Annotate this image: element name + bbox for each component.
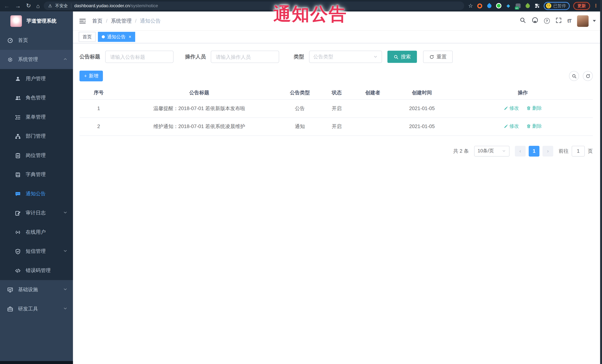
page-size-select[interactable]: 10条/页: [474, 146, 509, 156]
top-navbar: 首页 / 系统管理 / 通知公告 ? tT: [73, 11, 602, 31]
paused-label: 已暂停: [553, 3, 566, 9]
update-button[interactable]: 更新: [573, 2, 590, 10]
col-no: 序号: [80, 87, 118, 99]
title-filter-input[interactable]: [105, 51, 173, 63]
edit-link[interactable]: 修改: [504, 105, 519, 112]
next-page-button[interactable]: ›: [542, 146, 553, 156]
tool-icon: [7, 306, 13, 312]
url-text: dashboard.yudao.iocoder.cn/system/notice: [74, 3, 158, 8]
goto-page-input[interactable]: [572, 146, 585, 156]
avatar[interactable]: [577, 15, 589, 27]
breadcrumb: 首页 / 系统管理 / 通知公告: [92, 17, 161, 24]
refresh-button[interactable]: [583, 71, 593, 81]
logo-image: [11, 15, 22, 27]
toggle-search-button[interactable]: [569, 71, 579, 81]
github-icon[interactable]: [532, 17, 538, 25]
close-icon[interactable]: ×: [129, 34, 131, 40]
breadcrumb-system[interactable]: 系统管理: [111, 17, 132, 24]
users-icon: [15, 95, 21, 101]
page-1-button[interactable]: 1: [529, 146, 539, 156]
extension-gem-icon[interactable]: ◆: [505, 3, 511, 9]
sidebar-item-dev-tools[interactable]: 研发工具: [0, 299, 73, 319]
title-filter-label: 公告标题: [80, 53, 100, 60]
sidebar-item-error-codes[interactable]: 错误码管理: [0, 261, 73, 280]
reset-button[interactable]: 重置: [423, 51, 452, 63]
browser-chrome: ← → ↻ ⌂ ⚠ 不安全 dashboard.yudao.iocoder.cn…: [0, 0, 602, 11]
type-filter-label: 类型: [294, 53, 304, 60]
operator-filter-label: 操作人员: [185, 53, 206, 60]
sidebar-item-roles[interactable]: 角色管理: [0, 88, 73, 107]
caret-down-icon[interactable]: [593, 20, 596, 22]
address-bar[interactable]: ⚠ 不安全 dashboard.yudao.iocoder.cn/system/…: [43, 1, 464, 10]
browser-menu-icon[interactable]: ⋮: [594, 3, 598, 9]
sidebar-item-infrastructure[interactable]: 基础设施: [0, 280, 73, 299]
extensions-puzzle-icon[interactable]: [534, 3, 540, 9]
divider: [71, 3, 71, 8]
emoji-face-icon: [546, 3, 551, 9]
extension-green-icon[interactable]: [496, 3, 502, 9]
chevron-down-icon: [63, 248, 68, 254]
sidebar-item-users[interactable]: 用户管理: [0, 69, 73, 88]
chevron-down-icon: [63, 306, 68, 312]
sidebar-bottom-strip: [0, 361, 73, 364]
browser-forward-icon[interactable]: →: [15, 2, 21, 9]
badge-icon: [15, 153, 21, 158]
delete-link[interactable]: 删除: [527, 123, 542, 130]
scrollbar-strip: [600, 0, 602, 364]
sidebar-item-departments[interactable]: 部门管理: [0, 127, 73, 146]
paused-extension-button[interactable]: 已暂停: [544, 2, 570, 10]
operator-filter-input[interactable]: [211, 51, 279, 63]
sidebar: 芋道管理系统 首页 系统管理 用户管理 角色管理: [0, 11, 73, 364]
app-logo[interactable]: 芋道管理系统: [0, 11, 73, 31]
prev-page-button[interactable]: ‹: [515, 146, 526, 156]
extension-orange-icon[interactable]: [476, 3, 483, 9]
bookmark-star-icon[interactable]: ☆: [468, 3, 473, 9]
table-header-row: 序号 公告标题 公告类型 状态 创建者 创建时间 操作: [80, 87, 593, 99]
table-toolbar: + 新增: [80, 71, 593, 81]
extension-pin-icon[interactable]: [486, 3, 492, 9]
add-button[interactable]: + 新增: [80, 71, 103, 81]
type-filter-select[interactable]: 公告类型: [309, 51, 382, 63]
gear-icon: [7, 57, 13, 62]
breadcrumb-current: 通知公告: [140, 17, 161, 24]
sidebar-item-dictionary[interactable]: 字典管理: [0, 165, 73, 184]
help-icon[interactable]: ?: [544, 18, 550, 24]
edit-link[interactable]: 修改: [504, 123, 519, 130]
extension-database-icon[interactable]: on: [515, 3, 521, 9]
sidebar-item-sms[interactable]: 短信管理: [0, 242, 73, 261]
chevron-down-icon: [63, 210, 68, 216]
breadcrumb-home[interactable]: 首页: [92, 17, 103, 24]
fullscreen-icon[interactable]: [555, 17, 562, 25]
sidebar-item-notices[interactable]: 通知公告: [0, 184, 73, 204]
url-host: dashboard.yudao.iocoder.cn: [74, 3, 130, 8]
browser-back-icon[interactable]: ←: [4, 2, 10, 9]
goto-label: 前往: [559, 147, 569, 154]
sidebar-item-system[interactable]: 系统管理: [0, 50, 73, 69]
col-type: 公告类型: [281, 87, 319, 99]
table-row: 2 维护通知：2018-07-01 若依系统凌晨维护 通知 开启 2021-01…: [80, 117, 593, 135]
search-icon[interactable]: [519, 17, 526, 25]
sidebar-item-menus[interactable]: 菜单管理: [0, 107, 73, 127]
total-count: 共 2 条: [453, 147, 469, 154]
shield-icon: [15, 248, 21, 254]
font-size-icon[interactable]: tT: [567, 18, 571, 24]
tab-notices[interactable]: 通知公告 ×: [98, 32, 135, 42]
sidebar-item-posts[interactable]: 岗位管理: [0, 146, 73, 165]
on-badge: on: [515, 7, 519, 10]
search-button[interactable]: 搜索: [387, 51, 417, 63]
tab-home[interactable]: 首页: [79, 32, 96, 42]
browser-home-icon[interactable]: ⌂: [36, 2, 40, 9]
sidebar-item-home[interactable]: 首页: [0, 31, 73, 50]
page-unit-label: 页: [588, 147, 593, 154]
monitor-icon: [7, 287, 13, 292]
extension-leaf-icon[interactable]: [525, 3, 531, 9]
app-title: 芋道管理系统: [27, 18, 56, 24]
chevron-up-icon: [63, 57, 68, 62]
plus-icon: +: [84, 73, 87, 79]
browser-reload-icon[interactable]: ↻: [26, 2, 31, 9]
sidebar-item-online-users[interactable]: 在线用户: [0, 223, 73, 242]
hamburger-icon[interactable]: [79, 18, 86, 24]
log-edit-icon: [15, 210, 21, 216]
sidebar-item-audit-log[interactable]: 审计日志: [0, 203, 73, 223]
delete-link[interactable]: 删除: [527, 105, 542, 112]
